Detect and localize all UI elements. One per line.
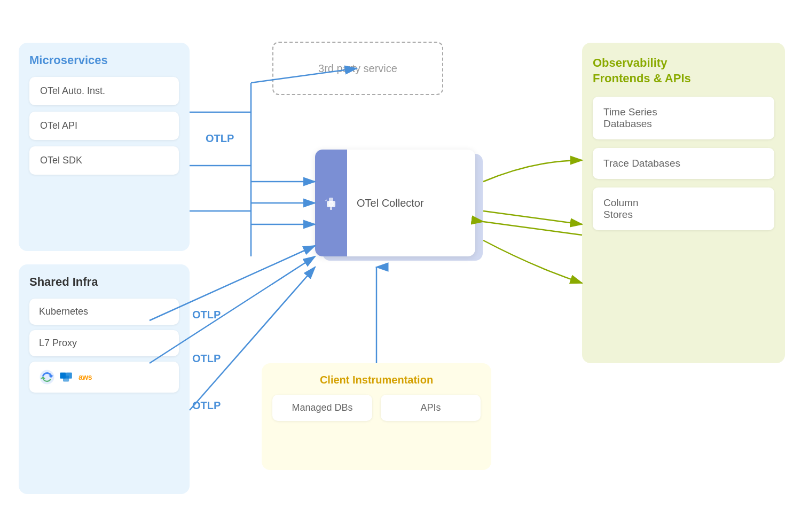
l7proxy-card: L7 Proxy [29, 330, 179, 356]
otlp-main-label: OTLP [206, 132, 234, 145]
managed-dbs-card: Managed DBs [272, 395, 372, 421]
svg-rect-3 [66, 373, 72, 379]
observability-title: ObservabilityFrontends & APIs [593, 56, 774, 86]
cloud-icons: aws [39, 369, 92, 385]
aws-label: aws [78, 373, 92, 381]
otel-collector-card: OTel Collector [315, 150, 475, 256]
svg-point-0 [40, 370, 54, 385]
otel-collector-wrapper: OTel Collector [315, 150, 491, 267]
shared-infra-box: Shared Infra Kubernetes L7 Proxy [19, 264, 190, 494]
cloud-providers-card: aws [29, 362, 179, 393]
client-cards-row: Managed DBs APIs [272, 395, 481, 421]
observability-box: ObservabilityFrontends & APIs Time Serie… [582, 43, 785, 363]
svg-rect-7 [330, 207, 332, 210]
svg-rect-5 [329, 198, 333, 202]
otel-api-card: OTel API [29, 112, 179, 140]
otlp-cloud-label: OTLP [192, 400, 221, 412]
collector-label: OTel Collector [347, 197, 424, 209]
otlp-proxy-label: OTLP [192, 353, 221, 365]
microservices-title: Microservices [29, 53, 179, 67]
azure-icon [59, 370, 74, 385]
shared-infra-title: Shared Infra [29, 275, 179, 289]
svg-line-25 [483, 222, 582, 235]
kubernetes-card: Kubernetes [29, 299, 179, 325]
otel-icon [321, 193, 341, 213]
client-title: Client Instrumentation [272, 374, 481, 386]
otel-auto-card: OTel Auto. Inst. [29, 77, 179, 105]
otlp-k8s-label: OTLP [192, 309, 221, 321]
svg-point-6 [329, 202, 333, 206]
client-instrumentation-box: Client Instrumentation Managed DBs APIs [262, 363, 491, 470]
third-party-label: 3rd party service [318, 62, 397, 75]
column-stores-card: ColumnStores [593, 187, 774, 230]
microservices-box: Microservices OTel Auto. Inst. OTel API … [19, 43, 190, 251]
collector-icon-bar [315, 150, 347, 256]
gcp-icon [39, 369, 55, 385]
svg-rect-8 [325, 199, 327, 201]
diagram-container: Microservices OTel Auto. Inst. OTel API … [0, 0, 801, 532]
trace-databases-card: Trace Databases [593, 148, 774, 179]
otel-sdk-card: OTel SDK [29, 146, 179, 175]
svg-line-24 [483, 211, 582, 224]
time-series-card: Time SeriesDatabases [593, 97, 774, 139]
apis-card: APIs [381, 395, 481, 421]
third-party-box: 3rd party service [272, 42, 443, 95]
